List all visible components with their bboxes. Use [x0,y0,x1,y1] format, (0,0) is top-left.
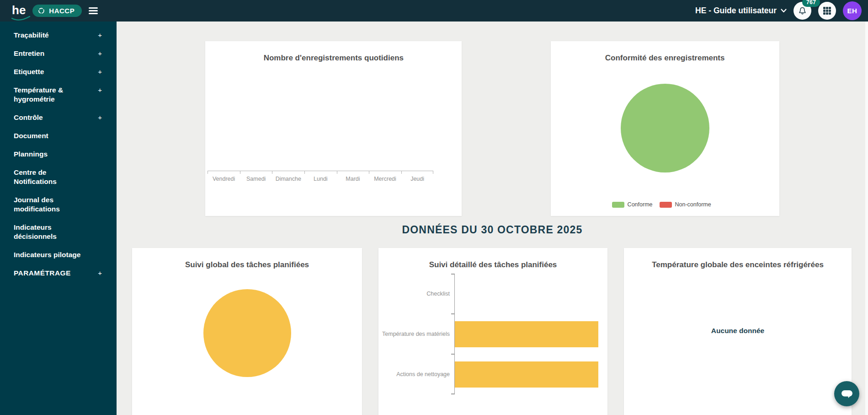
bar-temperature-materiels [455,321,598,347]
haccp-badge-label: HACCP [49,7,75,15]
notification-count-badge: 767 [802,0,820,7]
x-axis-label: Jeudi [401,176,434,182]
x-axis-label: Vendredi [208,176,240,182]
expand-plus-icon: + [98,67,102,76]
bar-row-temperature-materiels [455,314,598,354]
x-axis-label: Mercredi [369,176,401,182]
chevron-down-icon [781,9,787,13]
section-heading: DONNÉES DU 30 OCTOBRE 2025 [117,224,868,236]
chat-bubble-icon [841,389,853,399]
expand-plus-icon: + [98,269,102,278]
conformity-card: Conformité des enregistrements Conforme … [551,41,779,216]
chart-title: Suivi global des tâches planifiées [132,248,362,269]
x-axis-label: Mardi [337,176,369,182]
chart-title: Suivi détaillé des tâches planifiées [378,248,607,269]
expand-plus-icon: + [98,49,102,58]
sidebar-item-journal-modifications[interactable]: Journal des modifications [0,191,117,218]
hamburger-menu-button[interactable] [89,6,98,16]
sidebar-item-temperature-hygrometrie[interactable]: Température & hygrométrie + [0,81,117,108]
context-dropdown[interactable]: HE - Guide utilisateur [695,6,787,16]
expand-plus-icon: + [98,31,102,40]
sidebar-nav: Traçabilité + Entretien + Etiquette + Te… [0,22,117,415]
detailed-tasks-card: Suivi détaillé des tâches planifiées Che… [378,248,607,415]
logo-text: he [12,3,26,17]
sidebar-item-centre-notifications[interactable]: Centre de Notifications [0,163,117,191]
horizontal-bar-chart: Checklist Température des matériels Acti… [378,274,598,394]
daily-records-card: Nombre d'enregistrements quotidiens Vend… [205,41,462,216]
x-axis-labels: Vendredi Samedi Dimanche Lundi Mardi Mer… [208,176,433,182]
sidebar-item-label: Etiquette [14,67,44,76]
bar-row-checklist [455,274,598,314]
sidebar-item-document[interactable]: Document [0,127,117,145]
sidebar-item-label: Traçabilité [14,31,49,40]
sidebar-item-label: Contrôle [14,113,43,122]
sidebar-item-plannings[interactable]: Plannings [0,145,117,163]
legend-swatch-non-conforme [660,202,672,208]
sidebar-item-label: Indicateurs pilotage [14,250,80,259]
dashboard-content: Nombre d'enregistrements quotidiens Vend… [117,22,868,415]
no-data-label: Aucune donnée [624,327,852,335]
sidebar-item-label: Journal des modifications [14,195,91,214]
chart-title: Conformité des enregistrements [551,41,779,63]
top-charts-row: Nombre d'enregistrements quotidiens Vend… [117,41,868,216]
sidebar-item-label: Centre de Notifications [14,168,91,186]
sidebar-item-entretien[interactable]: Entretien + [0,44,117,63]
haccp-loop-icon [37,7,45,15]
expand-plus-icon: + [98,113,102,122]
global-tasks-card: Suivi global des tâches planifiées [132,248,362,415]
app-logo[interactable]: he [12,4,26,18]
logo-swoosh-icon [11,16,31,21]
chart-title: Température globale des enceintes réfrig… [624,248,852,269]
x-axis-label: Samedi [240,176,272,182]
y-axis-labels: Checklist Température des matériels Acti… [378,274,454,394]
bar-actions-nettoyage [455,361,598,388]
sidebar-item-label: Indicateurs décisionnels [14,223,91,241]
sidebar-item-label: Document [14,131,48,140]
sidebar-item-label: PARAMÉTRAGE [14,269,71,278]
chart-title: Nombre d'enregistrements quotidiens [205,41,462,63]
bar-row-actions-nettoyage [455,354,598,394]
y-axis-label: Température des matériels [378,314,450,354]
bar-plot-area [454,274,598,394]
user-avatar[interactable]: EH [843,1,862,20]
global-tasks-pie [203,289,291,377]
haccp-badge: HACCP [32,5,82,17]
x-axis: Vendredi Samedi Dimanche Lundi Mardi Mer… [208,171,433,182]
bell-icon [798,6,807,16]
expand-plus-icon: + [98,86,102,95]
context-dropdown-label: HE - Guide utilisateur [695,6,777,16]
sidebar-item-label: Température & hygrométrie [14,86,91,104]
sidebar-item-indicateurs-decisionnels[interactable]: Indicateurs décisionnels [0,218,117,246]
sidebar-item-parametrage[interactable]: PARAMÉTRAGE + [0,264,117,282]
x-axis-label: Dimanche [272,176,304,182]
top-navbar: he HACCP HE - Guide utilisateur 767 [0,0,868,22]
notifications-button[interactable]: 767 [793,2,811,20]
x-axis-line [208,171,433,174]
navbar-right-cluster: HE - Guide utilisateur 767 EH [695,1,862,20]
x-axis-label: Lundi [304,176,337,182]
pie-legend: Conforme Non-conforme [551,201,779,208]
fridge-temperature-card: Température globale des enceintes réfrig… [624,248,852,415]
scrollbar-track[interactable] [865,22,868,415]
sidebar-item-etiquette[interactable]: Etiquette + [0,63,117,81]
conformity-pie [621,84,709,172]
apps-grid-button[interactable] [818,2,836,20]
legend-label: Non-conforme [675,201,711,208]
y-axis-label: Actions de nettoyage [378,354,450,394]
sidebar-item-tracabilite[interactable]: Traçabilité + [0,26,117,44]
brand-area: he HACCP [12,4,98,18]
avatar-initials: EH [847,7,857,15]
sidebar-item-label: Entretien [14,49,44,58]
sidebar-item-indicateurs-pilotage[interactable]: Indicateurs pilotage [0,246,117,264]
sidebar-item-label: Plannings [14,150,48,159]
sidebar-item-controle[interactable]: Contrôle + [0,108,117,127]
chat-widget-button[interactable] [834,381,859,406]
legend-label: Conforme [628,201,653,208]
grid-icon [823,7,831,15]
y-axis-label: Checklist [378,274,450,314]
bottom-charts-row: Suivi global des tâches planifiées Suivi… [117,248,868,415]
legend-swatch-conforme [612,202,624,208]
